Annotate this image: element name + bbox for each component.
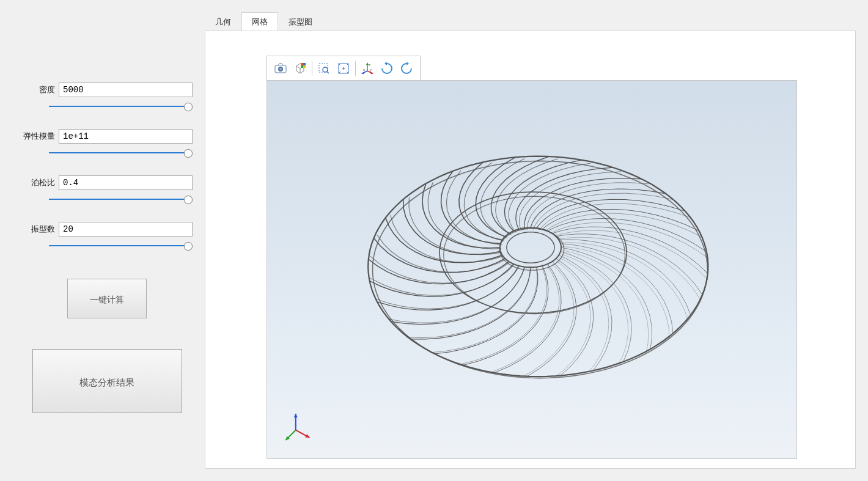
density-label: 密度 — [21, 84, 59, 95]
poisson-input[interactable] — [59, 175, 193, 190]
svg-marker-16 — [361, 72, 364, 74]
axis-icon[interactable]: zyx — [358, 60, 377, 77]
svg-marker-14 — [370, 72, 373, 74]
rotate-cw-icon[interactable] — [378, 60, 396, 77]
view-toolbar: zyx — [267, 56, 421, 81]
param-poisson: 泊松比 — [21, 175, 193, 205]
tab-modeshape[interactable]: 振型图 — [278, 12, 323, 31]
param-modes: 振型数 — [21, 222, 193, 251]
zoom-select-icon[interactable] — [315, 60, 333, 77]
tab-mesh[interactable]: 网格 — [241, 12, 278, 31]
main-view-area: 几何 网格 振型图 zyx — [205, 12, 856, 469]
modes-label: 振型数 — [21, 224, 59, 235]
param-elastic: 弹性模量 — [21, 129, 193, 158]
modes-input[interactable] — [59, 222, 193, 237]
modes-slider[interactable] — [49, 240, 193, 251]
tab-content: zyx — [205, 31, 856, 469]
tab-bar: 几何 网格 振型图 — [205, 12, 856, 31]
svg-rect-4 — [303, 63, 306, 65]
svg-point-2 — [279, 68, 282, 70]
svg-rect-3 — [301, 63, 303, 65]
svg-marker-27 — [294, 414, 298, 417]
compute-button[interactable]: 一键计算 — [67, 279, 147, 318]
svg-text:x: x — [363, 68, 365, 72]
toolbar-separator — [355, 61, 356, 76]
svg-marker-21 — [406, 62, 409, 65]
viewport-3d[interactable] — [267, 80, 797, 459]
fit-icon[interactable] — [334, 60, 353, 77]
svg-line-9 — [327, 72, 329, 73]
svg-text:z: z — [369, 63, 370, 67]
toolbar-separator — [312, 61, 312, 76]
cube-icon[interactable] — [291, 60, 309, 77]
tab-geometry[interactable]: 几何 — [205, 12, 241, 31]
poisson-slider[interactable] — [49, 194, 193, 205]
density-slider[interactable] — [49, 101, 193, 112]
results-button[interactable]: 模态分析结果 — [32, 349, 182, 413]
svg-text:y: y — [370, 68, 372, 72]
parameter-panel: 密度 弹性模量 泊松比 振型数 一键计算 模 — [21, 0, 193, 413]
elastic-label: 弹性模量 — [21, 131, 59, 142]
density-input[interactable] — [59, 83, 193, 97]
elastic-slider[interactable] — [49, 147, 193, 158]
camera-icon[interactable] — [271, 60, 290, 77]
svg-marker-20 — [384, 62, 387, 65]
rotate-ccw-icon[interactable] — [397, 60, 416, 77]
svg-rect-5 — [301, 65, 303, 68]
elastic-input[interactable] — [59, 129, 193, 144]
svg-rect-6 — [303, 65, 306, 68]
svg-point-8 — [323, 67, 328, 72]
poisson-label: 泊松比 — [21, 177, 59, 188]
param-density: 密度 — [21, 83, 193, 112]
